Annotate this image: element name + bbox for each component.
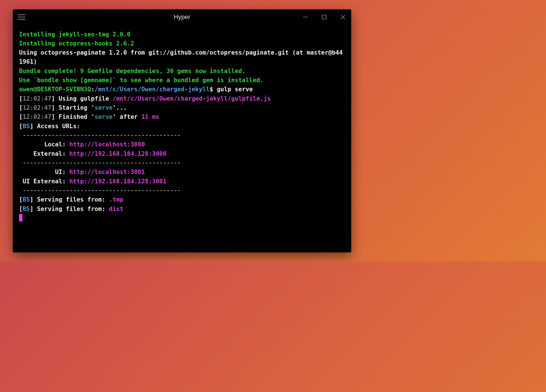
url-label: External:: [19, 150, 69, 157]
url-value: http://192.168.184.128:3000: [69, 150, 166, 157]
timestamp: 12:02:47: [23, 113, 51, 120]
terminal-output[interactable]: Installing jekyll-seo-tag 2.0.0 Installi…: [13, 25, 351, 252]
terminal-window: Hyper Installing jekyll-seo-tag 2.0.0 In…: [13, 9, 351, 252]
prompt-command: gulp serve: [213, 86, 253, 93]
bs-label: BS: [23, 123, 30, 130]
bracket: [: [19, 123, 23, 130]
output-text: Access URLs:: [34, 123, 80, 130]
maximize-button[interactable]: [321, 14, 327, 20]
output-line: Use `bundle show [gemname]` to see where…: [19, 77, 264, 84]
dir-name: .tmp: [109, 196, 123, 203]
output-line: Bundle complete! 9 Gemfile dependencies,…: [19, 68, 246, 74]
duration: 11 ms: [141, 113, 159, 120]
output-text: Finished ': [55, 113, 94, 120]
bs-label: BS: [23, 206, 30, 212]
bracket: ]: [30, 206, 34, 212]
bracket: [: [19, 95, 23, 102]
timestamp: 12:02:47: [23, 104, 51, 111]
prompt-colon: :: [91, 86, 95, 93]
url-value: http://localhost:3001: [69, 169, 145, 175]
output-line: Installing octopress-hooks 2.6.2: [19, 40, 134, 47]
url-label: UI:: [19, 169, 69, 175]
bracket: [: [19, 206, 23, 212]
prompt-symbol: $: [210, 86, 213, 93]
output-text: '...: [113, 104, 127, 111]
dir-name: dist: [109, 206, 123, 212]
titlebar: Hyper: [13, 9, 351, 25]
url-label: Local:: [19, 141, 69, 148]
prompt-user-host: owen@DESKTOP-SVIBN3Q: [19, 86, 91, 93]
bracket: ]: [51, 113, 55, 120]
output-text: Starting ': [55, 104, 94, 111]
window-controls: [302, 14, 346, 20]
divider-line: ----------------------------------------…: [19, 132, 181, 139]
file-path: /mnt/c/Users/Owen/charged-jekyll/gulpfil…: [113, 95, 271, 102]
minimize-button[interactable]: [302, 14, 309, 20]
window-title: Hyper: [174, 13, 191, 21]
task-name: serve: [95, 104, 113, 111]
output-text: Serving files from:: [34, 206, 109, 212]
output-text: ' after: [113, 113, 141, 120]
cursor-icon: [19, 214, 22, 221]
output-text: Serving files from:: [34, 196, 109, 203]
svg-rect-1: [322, 15, 326, 19]
bracket: ]: [51, 104, 55, 111]
divider-line: ----------------------------------------…: [19, 159, 181, 166]
url-value: http://192.168.184.128:3001: [69, 178, 166, 185]
task-name: serve: [95, 113, 113, 120]
prompt-path: /mnt/c/Users/Owen/charged-jekyll: [95, 86, 210, 93]
bracket: ]: [51, 95, 55, 102]
bracket: [: [19, 196, 23, 203]
hamburger-menu-icon[interactable]: [18, 13, 25, 21]
url-value: http://localhost:3000: [69, 141, 145, 148]
output-line: Installing jekyll-seo-tag 2.0.0: [19, 31, 131, 38]
bracket: [: [19, 113, 23, 120]
close-button[interactable]: [340, 14, 346, 20]
bracket: [: [19, 104, 23, 111]
divider-line: ----------------------------------------…: [19, 187, 181, 194]
timestamp: 12:02:47: [23, 95, 51, 102]
bracket: ]: [30, 123, 34, 130]
bs-label: BS: [23, 196, 30, 203]
output-text: Using gulpfile: [55, 95, 112, 102]
url-label: UI External:: [19, 178, 69, 185]
output-line: Using octopress-paginate 1.2.0 from git:…: [19, 49, 343, 65]
bracket: ]: [30, 196, 34, 203]
